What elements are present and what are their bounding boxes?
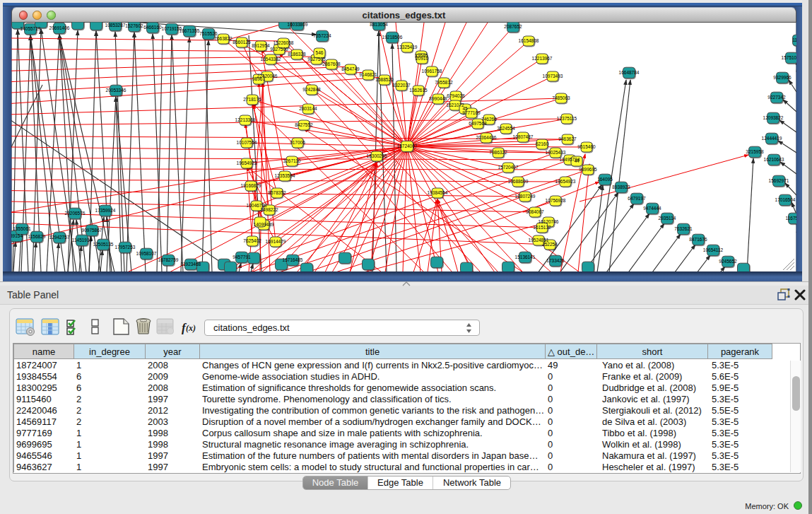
svg-text:7632621: 7632621 [674, 226, 693, 231]
svg-text:16543382: 16543382 [261, 57, 281, 62]
svg-text:2803144: 2803144 [299, 106, 317, 111]
svg-text:19654923: 19654923 [237, 160, 257, 165]
svg-text:1733426: 1733426 [546, 258, 565, 263]
svg-text:917006: 917006 [290, 140, 305, 145]
svg-text:12505135: 12505135 [93, 242, 114, 247]
svg-text:(x): (x) [186, 323, 196, 333]
svg-text:90975867: 90975867 [82, 228, 102, 233]
svg-text:16671355: 16671355 [180, 28, 200, 33]
svg-text:164095: 164095 [597, 177, 613, 182]
svg-text:10807487: 10807487 [513, 134, 534, 139]
svg-text:13325419: 13325419 [397, 45, 418, 49]
svg-text:1615132: 1615132 [533, 225, 551, 230]
svg-text:10756928: 10756928 [546, 198, 566, 203]
svg-text:15226058: 15226058 [273, 40, 294, 45]
svg-text:62160: 62160 [536, 141, 548, 146]
svg-text:1588520: 1588520 [375, 77, 394, 82]
svg-text:20206576: 20206576 [65, 211, 86, 216]
svg-text:6497568: 6497568 [469, 121, 487, 126]
svg-text:16782759: 16782759 [158, 257, 179, 262]
svg-text:1156829: 1156829 [28, 234, 46, 239]
svg-text:16154808: 16154808 [519, 38, 539, 43]
svg-text:9474444: 9474444 [643, 206, 661, 211]
svg-text:12375115: 12375115 [557, 116, 577, 121]
svg-text:9227342: 9227342 [767, 95, 786, 100]
svg-text:1362615: 1362615 [409, 88, 428, 93]
svg-text:12093822: 12093822 [763, 115, 784, 120]
svg-text:20364436: 20364436 [476, 135, 497, 140]
svg-text:10688609: 10688609 [508, 179, 529, 184]
svg-text:8454749: 8454749 [341, 66, 360, 71]
svg-text:7663822: 7663822 [214, 36, 233, 41]
svg-text:12942757: 12942757 [49, 235, 70, 240]
svg-text:7357224: 7357224 [313, 33, 331, 38]
svg-text:9777169: 9777169 [462, 110, 481, 115]
svg-text:20053346: 20053346 [106, 88, 126, 93]
svg-text:9899695: 9899695 [579, 167, 597, 172]
svg-text:7986322: 7986322 [489, 150, 507, 155]
svg-text:12213369: 12213369 [235, 117, 256, 122]
svg-text:15136141: 15136141 [515, 255, 536, 259]
svg-text:8186328: 8186328 [288, 52, 306, 57]
svg-text:2718176: 2718176 [243, 97, 261, 102]
svg-text:16648784: 16648784 [619, 70, 640, 75]
svg-text:2087652: 2087652 [504, 24, 522, 29]
svg-text:12213967: 12213967 [532, 56, 553, 61]
svg-text:6466160: 6466160 [143, 25, 162, 30]
svg-text:546: 546 [316, 50, 324, 55]
svg-text:8471676: 8471676 [689, 237, 707, 242]
svg-text:1167533: 1167533 [786, 216, 804, 221]
svg-text:18724007: 18724007 [397, 144, 418, 148]
svg-text:1621072: 1621072 [446, 103, 464, 107]
svg-text:9515460: 9515460 [577, 144, 596, 149]
svg-text:11451914: 11451914 [72, 238, 93, 243]
svg-text:9329966: 9329966 [773, 75, 792, 80]
svg-text:12444419: 12444419 [762, 136, 782, 141]
svg-text:17957253: 17957253 [115, 245, 136, 250]
svg-text:6479197: 6479197 [628, 196, 646, 201]
svg-text:10654112: 10654112 [703, 247, 724, 252]
svg-text:9245652: 9245652 [719, 259, 737, 264]
svg-text:10958107: 10958107 [136, 251, 157, 256]
svg-text:2867608: 2867608 [322, 62, 341, 66]
svg-text:16033809: 16033809 [288, 22, 308, 27]
svg-text:12353594: 12353594 [275, 173, 295, 178]
svg-text:19218506: 19218506 [382, 35, 403, 40]
svg-text:3267110: 3267110 [283, 158, 301, 163]
svg-text:3624554: 3624554 [497, 126, 515, 131]
svg-text:8322037: 8322037 [392, 83, 411, 88]
svg-text:15751074: 15751074 [782, 55, 802, 60]
svg-text:6794028: 6794028 [447, 93, 465, 98]
svg-text:17016504: 17016504 [775, 197, 796, 202]
svg-text:39154: 39154 [10, 233, 23, 238]
svg-text:7485063: 7485063 [552, 95, 570, 100]
svg-text:7515526: 7515526 [199, 31, 218, 36]
svg-text:7955812: 7955812 [435, 80, 453, 85]
svg-text:16210643: 16210643 [764, 157, 784, 162]
svg-text:9242848: 9242848 [302, 87, 321, 92]
svg-text:10853287: 10853287 [105, 23, 126, 28]
svg-text:7625402: 7625402 [243, 238, 261, 243]
svg-text:98961: 98961 [252, 76, 265, 81]
svg-text:1355061: 1355061 [13, 226, 31, 231]
svg-text:9327505: 9327505 [307, 57, 326, 62]
svg-text:15716485: 15716485 [283, 257, 303, 262]
svg-text:9084067: 9084067 [526, 209, 544, 214]
svg-text:19654923: 19654923 [555, 179, 576, 184]
svg-text:252254: 252254 [542, 242, 558, 247]
svg-text:44: 44 [574, 158, 579, 163]
svg-text:9146821: 9146821 [359, 72, 377, 77]
svg-text:8660125: 8660125 [233, 40, 251, 45]
svg-text:16914479: 16914479 [266, 239, 286, 244]
svg-text:10973493: 10973493 [543, 74, 563, 78]
svg-text:1527602: 1527602 [125, 23, 143, 28]
svg-text:10025433: 10025433 [546, 150, 566, 155]
svg-text:20691406: 20691406 [49, 25, 70, 30]
svg-text:18300295: 18300295 [367, 153, 387, 158]
svg-text:3498222: 3498222 [260, 207, 278, 212]
svg-text:8578352: 8578352 [268, 190, 286, 195]
svg-text:20910: 20910 [416, 56, 428, 61]
svg-text:19384554: 19384554 [428, 190, 448, 195]
svg-text:10961758: 10961758 [422, 69, 442, 74]
svg-text:15720407: 15720407 [498, 165, 519, 170]
